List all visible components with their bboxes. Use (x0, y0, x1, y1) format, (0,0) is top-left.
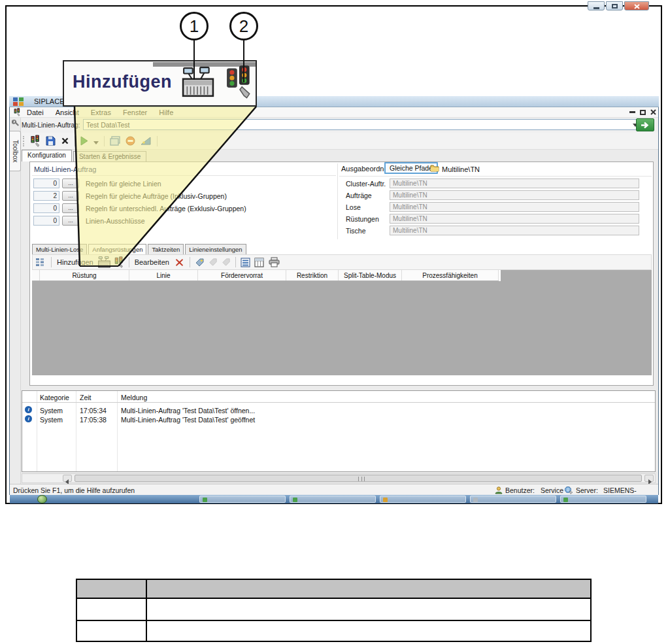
save-icon[interactable] (46, 136, 56, 146)
toolbar-grip (23, 136, 25, 146)
order-combo[interactable]: Test Data\Test (83, 119, 641, 130)
print-icon[interactable] (269, 257, 280, 267)
cluster-order-path-field: Multiline\TN (390, 178, 639, 188)
edit-label: Bearbeiten (135, 258, 169, 266)
info-icon: i (25, 415, 32, 422)
menu-datei[interactable]: Datei (27, 109, 44, 116)
tab-anfangsruestungen[interactable]: Anfangsrüstungen (88, 244, 146, 254)
mdi-close-icon[interactable] (650, 109, 656, 115)
order-bar: Multi-Linien-Auftrag: Test Data\Test (10, 118, 658, 133)
rules-same-orders-browse-button[interactable]: ... (62, 191, 79, 201)
status-user-label: Benutzer: (505, 486, 535, 494)
abort-icon[interactable] (125, 136, 135, 146)
menu-fenster[interactable]: Fenster (123, 109, 147, 116)
col-linie[interactable]: Linie (129, 270, 198, 280)
legend-cell-2-2 (148, 621, 590, 641)
table-view-icon[interactable] (254, 258, 264, 267)
mdi-restore-icon[interactable] (640, 110, 646, 115)
multi-line-order-group-title: Multi-Linien-Auftrag (34, 165, 96, 173)
menu-extras[interactable]: Extras (91, 109, 111, 116)
line-exclusions-count[interactable]: 0 (33, 216, 59, 226)
horizontal-scrollbar[interactable] (22, 473, 656, 483)
minimize-button[interactable] (588, 1, 605, 10)
taskbar-window-button[interactable] (290, 496, 376, 503)
tab-starten-ergebnisse[interactable]: Starten & Ergebnisse (73, 151, 147, 161)
menu-hilfe[interactable]: Hilfe (159, 109, 173, 116)
rules-different-orders-count[interactable]: 0 (33, 203, 59, 213)
message-log-panel: Kategorie Zeit Meldung i System 17:05:34… (22, 390, 656, 472)
scrollbar-grip (358, 477, 365, 481)
add-setup-machine-button[interactable] (98, 256, 110, 268)
setups-label: Rüstungen (346, 215, 379, 223)
taskbar-window-button[interactable] (560, 496, 646, 503)
delete-x-icon[interactable] (61, 137, 69, 144)
log-col-kategorie[interactable]: Kategorie (40, 394, 69, 401)
app-icon (13, 97, 24, 106)
taskbar-window-button[interactable] (380, 496, 466, 503)
restore-button[interactable] (606, 1, 623, 10)
detail-tab-row: Multi-Linien-Lose Anfangsrüstungen Taktz… (32, 243, 248, 254)
tab-konfiguration-label: Konfiguration (27, 152, 66, 159)
main-toolbar (22, 133, 658, 150)
close-button[interactable] (624, 1, 649, 10)
log-row[interactable]: i System 17:05:34 Multi-Linien-Auftrag '… (22, 405, 655, 414)
log-row[interactable]: i System 17:05:38 Multi-Linien-Auftrag '… (22, 415, 655, 423)
list-view-icon[interactable] (241, 258, 250, 267)
cluster-order-label: Cluster-Auftr. (346, 180, 386, 188)
scroll-left-button[interactable] (63, 475, 72, 482)
log-col-meldung[interactable]: Meldung (121, 394, 147, 401)
rules-same-orders-count[interactable]: 2 (33, 191, 59, 201)
start-button[interactable] (37, 495, 47, 503)
report-window-icon[interactable] (110, 136, 120, 146)
configuration-pane: Multi-Linien-Auftrag 0 ... Regeln für gl… (29, 161, 654, 386)
export-ramp-icon[interactable] (141, 136, 152, 146)
scrollbar-thumb[interactable] (75, 475, 642, 482)
col-restriktion[interactable]: Restriktion (286, 270, 339, 280)
add-setup-order-button[interactable] (114, 256, 124, 268)
toolbar-separator (190, 257, 190, 267)
edit-order-icon[interactable] (30, 135, 41, 147)
toolbox-tab[interactable]: Toolbox (10, 131, 21, 171)
taskbar-app-icon (473, 498, 478, 502)
col-prozessfaehigkeiten[interactable]: Prozessfähigkeiten (402, 270, 499, 280)
legend-row-1 (77, 599, 590, 621)
play-dropdown-icon[interactable] (93, 135, 99, 147)
rules-same-lines-browse-button[interactable]: ... (62, 178, 79, 188)
marker-1: 1 (180, 12, 209, 41)
menu-ansicht[interactable]: Ansicht (56, 109, 79, 116)
log-col-zeit[interactable]: Zeit (80, 394, 92, 401)
scroll-right-button[interactable] (644, 475, 654, 482)
open-order-button[interactable] (636, 118, 654, 131)
server-icon (564, 486, 573, 494)
mdi-minimize-icon[interactable] (629, 111, 635, 113)
tab-konfiguration[interactable]: Konfiguration (22, 150, 72, 161)
info-icon: i (25, 406, 32, 413)
rules-same-lines-count[interactable]: 0 (33, 178, 59, 188)
setup-table-body-empty[interactable] (32, 281, 652, 375)
menu-bar: Datei Ansicht Extras Fenster Hilfe (10, 107, 658, 118)
log-message: Multi-Linien-Auftrag 'Test Data\Test' ge… (121, 416, 255, 424)
col-split-table-modus[interactable]: Split-Table-Modus (339, 270, 402, 280)
documentation-figure: SIPLACE Pro O Datei Ansicht Extras Fenst… (0, 0, 668, 644)
callout-hinzufuegen-label: Hinzufügen (73, 72, 172, 92)
delete-red-x-icon[interactable] (175, 258, 184, 267)
col-ruestung[interactable]: Rüstung (40, 270, 129, 280)
tab-taktzeiten[interactable]: Taktzeiten (148, 244, 184, 254)
tab-multi-linien-lose[interactable]: Multi-Linien-Lose (32, 244, 87, 254)
line-exclusions-browse-button[interactable]: ... (62, 216, 79, 226)
add-label: Hinzufügen (57, 258, 93, 266)
start-play-icon[interactable] (80, 136, 89, 146)
tab-label: Anfangsrüstungen (92, 246, 142, 253)
rules-different-orders-browse-button[interactable]: ... (62, 203, 79, 213)
taskbar-window-button[interactable] (199, 496, 286, 503)
tag-icon[interactable] (195, 258, 205, 267)
divider (337, 163, 338, 239)
taskbar-window-button[interactable] (470, 496, 556, 503)
left-dock-strip (10, 118, 21, 494)
col-foerderervorrat[interactable]: Förderervorrat (198, 270, 286, 280)
tab-linieneinstellungen[interactable]: Linieneinstellungen (185, 244, 246, 254)
folder-icon[interactable] (430, 164, 439, 172)
grid-view-icon[interactable] (35, 258, 44, 267)
status-bar: Drücken Sie F1, um die Hilfe aufzurufen … (10, 484, 658, 495)
divider (117, 391, 118, 471)
